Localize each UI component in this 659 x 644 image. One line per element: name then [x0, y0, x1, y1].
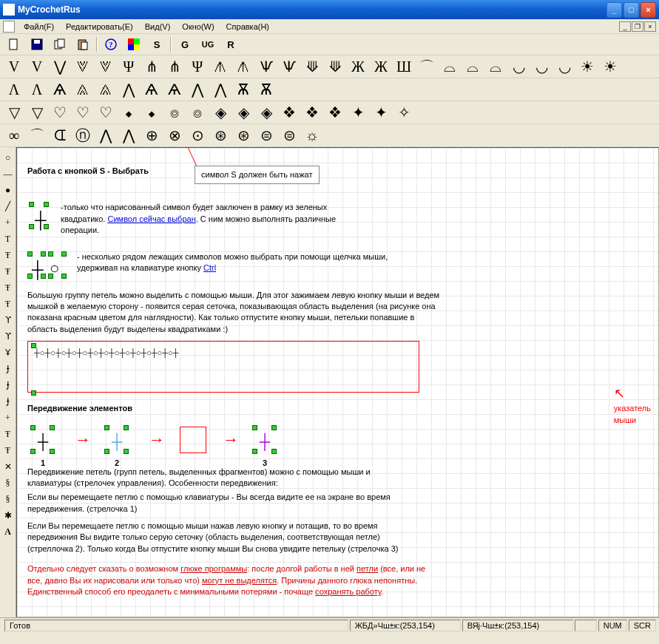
stitch-a6[interactable]: ⋀ [118, 80, 140, 99]
stitch-d15[interactable]: ❖ [324, 103, 346, 122]
side-j2[interactable]: Ɉ [1, 378, 15, 393]
side-t5[interactable]: Ŧ [1, 296, 15, 311]
stitch-m8[interactable]: ⊗ [163, 126, 186, 145]
stitch-fan9[interactable]: ☀ [599, 57, 621, 76]
stitch-v1[interactable]: V [3, 57, 25, 76]
side-dash[interactable]: — [1, 166, 15, 181]
stitch-fan5[interactable]: ◡ [507, 57, 530, 76]
stitch-d12[interactable]: ◈ [255, 103, 277, 122]
stitch-d18[interactable]: ✧ [393, 103, 415, 122]
maximize-button[interactable]: □ [623, 2, 639, 18]
side-y2[interactable]: ϒ [1, 329, 15, 344]
stitch-d8[interactable]: ⌾ [163, 103, 186, 122]
stitch-v9[interactable]: Ψ [186, 57, 209, 76]
paste-button[interactable] [72, 35, 94, 53]
stitch-d2[interactable]: ▽ [26, 103, 48, 122]
mdi-close[interactable]: × [644, 21, 656, 32]
stitch-d10[interactable]: ◈ [209, 103, 232, 122]
g-button[interactable]: G [174, 35, 196, 53]
menu-window[interactable]: Окно(W) [176, 21, 220, 33]
mdi-minimize[interactable]: _ [619, 21, 631, 32]
mdi-restore[interactable]: ❐ [632, 21, 643, 32]
stitch-m11[interactable]: ⊛ [232, 126, 254, 145]
side-dot[interactable]: ● [1, 183, 15, 197]
stitch-m5[interactable]: ⋀ [95, 126, 117, 145]
stitch-a2[interactable]: Λ [26, 80, 48, 99]
side-j1[interactable]: Ɉ [1, 362, 15, 376]
menu-view[interactable]: Вид(V) [139, 21, 177, 33]
side-t2[interactable]: Ŧ [1, 248, 15, 262]
side-oval[interactable]: ○ [1, 150, 15, 165]
side-t7[interactable]: Ŧ [1, 443, 15, 458]
stitch-d17[interactable]: ✦ [370, 103, 392, 122]
stitch-v13[interactable]: Ѱ [278, 57, 300, 76]
stitch-a4[interactable]: ⩓ [72, 80, 94, 99]
minimize-button[interactable]: _ [606, 2, 622, 18]
stitch-m14[interactable]: ☼ [301, 126, 323, 145]
side-a[interactable]: A [1, 524, 15, 539]
select-button[interactable]: S [146, 35, 168, 53]
stitch-fan6[interactable]: ◡ [530, 57, 552, 76]
menu-file[interactable]: Файл(F) [18, 21, 60, 33]
stitch-v11[interactable]: ⩚ [232, 57, 254, 76]
stitch-v10[interactable]: ⩚ [209, 57, 232, 76]
side-s2[interactable]: § [1, 492, 15, 506]
stitch-v8[interactable]: ⋔ [163, 57, 186, 76]
side-s1[interactable]: § [1, 475, 15, 490]
canvas[interactable]: Работа с кнопкой S - Выбрать символ S до… [16, 147, 659, 617]
stitch-v5[interactable]: ⩔ [95, 57, 117, 76]
stitch-m4[interactable]: ⓝ [72, 126, 94, 145]
stitch-a7[interactable]: Ѧ [141, 80, 163, 99]
link-ctrl[interactable]: Ctrl [203, 263, 216, 272]
stitch-a10[interactable]: ⋀ [209, 80, 232, 99]
stitch-fan2[interactable]: ⌓ [439, 57, 461, 76]
stitch-d13[interactable]: ❖ [278, 103, 300, 122]
stitch-v2[interactable]: V [26, 57, 48, 76]
side-t6[interactable]: Ŧ [1, 427, 15, 441]
stitch-d9[interactable]: ⌾ [186, 103, 209, 122]
stitch-v16[interactable]: Ж [347, 57, 369, 76]
side-plus[interactable]: + [1, 215, 15, 230]
new-button[interactable] [3, 35, 25, 53]
side-j3[interactable]: Ɉ [1, 394, 15, 409]
menu-help[interactable]: Справка(H) [220, 21, 275, 33]
stitch-fan4[interactable]: ⌓ [484, 57, 507, 76]
stitch-d4[interactable]: ♡ [72, 103, 94, 122]
side-t[interactable]: T [1, 231, 15, 246]
stitch-d11[interactable]: ◈ [232, 103, 254, 122]
stitch-a3[interactable]: Ѧ [49, 80, 71, 99]
side-y3[interactable]: Ұ [1, 345, 15, 360]
stitch-d5[interactable]: ♡ [95, 103, 117, 122]
stitch-d16[interactable]: ✦ [347, 103, 369, 122]
stitch-m3[interactable]: ᗭ [49, 126, 71, 145]
stitch-m12[interactable]: ⊜ [255, 126, 277, 145]
side-plus2[interactable]: + [1, 410, 15, 425]
stitch-v12[interactable]: Ѱ [255, 57, 277, 76]
stitch-a9[interactable]: ⋀ [186, 80, 209, 99]
stitch-a11[interactable]: Ѫ [232, 80, 254, 99]
r-button[interactable]: R [220, 35, 242, 53]
color-button[interactable] [123, 35, 145, 53]
menu-edit[interactable]: Редактировать(E) [60, 21, 139, 33]
copy-button[interactable] [49, 35, 71, 53]
stitch-v15[interactable]: ⟱ [324, 57, 346, 76]
link-selected[interactable]: Символ сейчас выбран [107, 214, 195, 223]
stitch-m13[interactable]: ⊜ [278, 126, 300, 145]
side-y1[interactable]: ϒ [1, 313, 15, 328]
stitch-d1[interactable]: ▽ [3, 103, 25, 122]
stitch-v18[interactable]: Ш [393, 57, 415, 76]
side-t4[interactable]: Ŧ [1, 280, 15, 295]
stitch-a8[interactable]: Ѧ [163, 80, 186, 99]
stitch-fan3[interactable]: ⌓ [462, 57, 484, 76]
side-star[interactable]: ✱ [1, 508, 15, 523]
stitch-m6[interactable]: ⋀ [118, 126, 140, 145]
stitch-d6[interactable]: ⬥ [118, 103, 140, 122]
stitch-m2[interactable]: ⌒ [26, 126, 48, 145]
stitch-v3[interactable]: ⋁ [49, 57, 71, 76]
stitch-d7[interactable]: ⬥ [141, 103, 163, 122]
stitch-fan1[interactable]: ⌒ [416, 57, 438, 76]
ug-button[interactable]: UG [197, 35, 219, 53]
help-button[interactable]: ? [100, 35, 122, 53]
stitch-fan8[interactable]: ☀ [576, 57, 598, 76]
stitch-d3[interactable]: ♡ [49, 103, 71, 122]
